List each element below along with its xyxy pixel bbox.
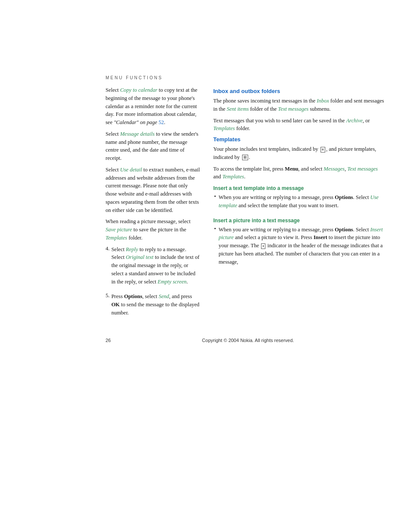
use-detail-para: Select Use detail to extract numbers, e-… [106, 166, 200, 215]
options-bold-2: Options [335, 194, 353, 200]
text-template-icon: ≡ [321, 147, 325, 152]
templates-link-2: Templates [213, 125, 235, 131]
insert-bold: Insert [314, 234, 327, 240]
inbox-para-1: The phone saves incoming text messages i… [213, 97, 385, 113]
original-text-link: Original text [126, 254, 153, 260]
numbered-item-4: 4. Select Reply to reply to a message. S… [106, 246, 200, 289]
templates-heading-text: Templates [213, 136, 240, 143]
message-details-link: Message details [120, 131, 155, 137]
empty-screen-link: Empty screen [158, 279, 187, 285]
page-number: 26 [106, 338, 111, 343]
inbox-link: Inbox [317, 98, 329, 104]
insert-text-template-heading: Insert a text template into a message [213, 185, 385, 191]
messages-link: Messages [324, 166, 345, 172]
item-number-5: 5. [106, 292, 109, 320]
page: Menu functions Select Copy to calendar t… [0, 0, 411, 532]
insert-picture-bullet: • When you are writing or replying to a … [214, 226, 385, 270]
copy-to-calendar-para: Select Copy to calendar to copy text at … [106, 86, 200, 127]
section-label: Menu functions [0, 75, 411, 86]
templates-link-3: Templates [222, 174, 244, 180]
use-template-link: Use template [218, 194, 378, 208]
menu-label-text: Menu functions [106, 75, 163, 80]
press-options-para: Press Options, select Send, and press OK… [111, 292, 200, 317]
text-messages-link-1: Text messages [278, 106, 308, 112]
templates-heading: Templates [213, 136, 385, 143]
picture-indicator-icon: ▪ [261, 243, 265, 249]
message-details-para: Select Message details to view the sende… [106, 130, 200, 162]
header-space [0, 0, 411, 75]
copy-to-calendar-link: Copy to calendar [120, 87, 158, 93]
menu-bold: Menu [285, 166, 298, 172]
templates-para-2: To access the template list, press Menu,… [213, 165, 385, 181]
insert-text-template-bullet: • When you are writing or replying to a … [214, 193, 385, 213]
item-number-4: 4. [106, 246, 109, 289]
bottom-space [0, 348, 411, 426]
use-detail-link: Use detail [120, 167, 142, 173]
bullet-2: • [214, 226, 216, 270]
inbox-outbox-heading: Inbox and outbox folders [213, 88, 385, 94]
templates-link-1: Templates [106, 235, 127, 241]
calendar-ref: "Calendar" on page [114, 119, 157, 125]
sent-items-link: Sent items [227, 106, 249, 112]
reply-para: Select Reply to reply to a message. Sele… [111, 246, 200, 286]
left-column: Select Copy to calendar to copy text at … [106, 86, 200, 324]
page-footer: 26 Copyright © 2004 Nokia. All rights re… [0, 333, 411, 348]
picture-template-icon: ⊞ [242, 155, 248, 160]
save-picture-para: When reading a picture message, select S… [106, 218, 200, 242]
bullet-1: • [214, 193, 216, 213]
ok-bold: OK [111, 302, 119, 308]
options-bold-3: Options [335, 227, 353, 233]
footer-copyright: Copyright © 2004 Nokia. All rights reser… [111, 338, 385, 343]
insert-picture-heading: Insert a picture into a text message [213, 218, 385, 224]
page-ref-52: 52 [159, 119, 164, 125]
numbered-item-5: 5. Press Options, select Send, and press… [106, 292, 200, 320]
insert-text-template-para: When you are writing or replying to a me… [218, 193, 385, 210]
insert-picture-para: When you are writing or replying to a me… [218, 226, 385, 266]
two-column-layout: Select Copy to calendar to copy text at … [0, 86, 411, 324]
inbox-para-2: Text messages that you wish to send late… [213, 117, 385, 133]
text-messages-link-2: Text messages [347, 166, 378, 172]
inbox-outbox-heading-text: Inbox and outbox folders [213, 88, 280, 94]
save-picture-link: Save picture [106, 227, 132, 233]
insert-picture-link: Insert picture [218, 227, 383, 241]
options-bold-1: Options [124, 293, 142, 299]
reply-link: Reply [126, 246, 138, 252]
send-link: Send [159, 293, 169, 299]
templates-para-1: Your phone includes text templates, indi… [213, 145, 385, 162]
archive-link: Archive [346, 118, 362, 124]
insert-text-template-heading-text: Insert a text template into a message [213, 185, 304, 191]
right-column: Inbox and outbox folders The phone saves… [213, 86, 385, 324]
insert-picture-heading-text: Insert a picture into a text message [213, 218, 300, 224]
